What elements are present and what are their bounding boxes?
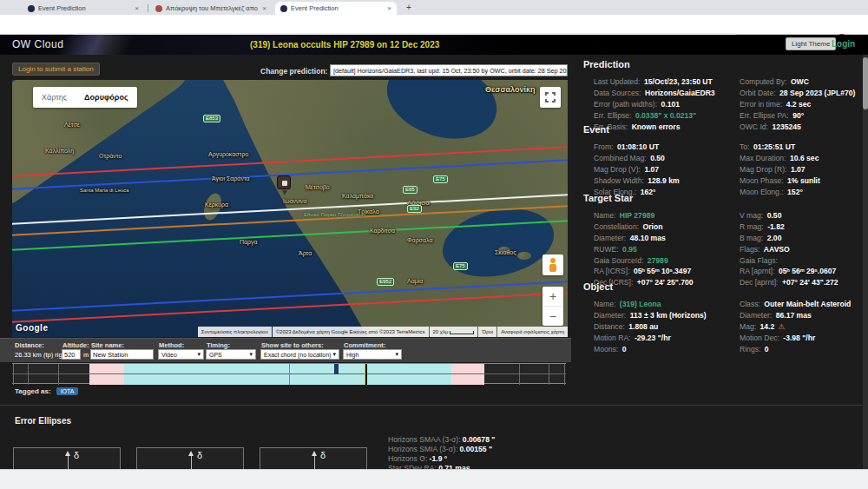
page-scrollbar-track[interactable] bbox=[863, 55, 868, 469]
windows-taskbar: Αναζήτηση ✉ Ιδέες λίστας παρακο... ^ ENG… bbox=[0, 469, 868, 489]
road-badge: E92 bbox=[407, 205, 422, 213]
tab-close-icon[interactable]: × bbox=[262, 4, 266, 12]
chevron-down-icon: ▾ bbox=[395, 351, 398, 358]
map-park-label: Εθνικό Πάρκο Τζουμέρκων bbox=[304, 212, 356, 217]
object-section-title: Object bbox=[583, 281, 613, 292]
site-name-input[interactable] bbox=[90, 349, 154, 360]
terms-link[interactable]: Όροι bbox=[478, 327, 496, 337]
field-label: OWC Id: bbox=[740, 122, 768, 131]
map-label: Θεσσαλονίκη bbox=[485, 85, 536, 94]
altitude-input[interactable] bbox=[62, 349, 81, 360]
altitude-label: Altitude: bbox=[62, 341, 89, 349]
field-value: Known errors bbox=[632, 122, 681, 131]
map-scale: 20 χλμ bbox=[430, 327, 478, 337]
zoom-in-button[interactable]: + bbox=[542, 287, 563, 307]
road-badge: E65 bbox=[403, 186, 418, 194]
tab-event-prediction-2[interactable]: Event Prediction × bbox=[275, 2, 397, 15]
field-label: Moons: bbox=[594, 345, 618, 354]
new-tab-button[interactable]: + bbox=[406, 3, 411, 12]
arrow-up-icon bbox=[312, 451, 317, 456]
tab-favicon bbox=[280, 5, 287, 12]
distance-label: Distance: bbox=[15, 341, 44, 349]
site-name-label: Site name: bbox=[91, 341, 124, 349]
prediction-option-text: [default] Horizons/GaiaEDR3, last upd: 1… bbox=[333, 67, 568, 75]
stat-value: 0.00678 " bbox=[463, 435, 496, 444]
map-label: Μέτσοβο bbox=[306, 184, 330, 190]
timeline-pink-band bbox=[89, 364, 124, 385]
tab-favicon bbox=[155, 5, 162, 12]
timeline-chord-marker bbox=[365, 364, 367, 385]
map-label: Σκιάθος bbox=[495, 249, 516, 255]
zoom-out-button[interactable]: − bbox=[542, 307, 563, 326]
delta-symbol: δ bbox=[320, 450, 326, 460]
method-select[interactable]: Video▾ bbox=[158, 349, 204, 360]
light-theme-button[interactable]: Light Theme bbox=[786, 37, 836, 50]
stat-value: 0.00155 " bbox=[460, 445, 493, 453]
timing-value: GPS bbox=[209, 352, 222, 358]
timeline-centerline-marker bbox=[289, 364, 290, 385]
field-label: Rings: bbox=[740, 345, 760, 354]
tab-betelgeuse[interactable]: Απόκρυψη του Μπετελγκέζ απο × bbox=[150, 2, 272, 15]
login-link[interactable]: Login bbox=[832, 39, 855, 49]
ow-cloud-header: OW Cloud (319) Leona occults HIP 27989 o… bbox=[0, 35, 868, 55]
chevron-down-icon: ▾ bbox=[249, 351, 253, 358]
map-label: Άγιοι Σαράντα bbox=[212, 175, 250, 182]
tab-close-icon[interactable]: × bbox=[135, 4, 139, 12]
island-shape bbox=[517, 252, 531, 260]
timing-select[interactable]: GPS▾ bbox=[206, 349, 256, 360]
field-value: 162° bbox=[641, 188, 656, 196]
commitment-value: High bbox=[346, 352, 358, 358]
pegman-icon bbox=[550, 258, 556, 263]
road-badge: E75 bbox=[433, 175, 448, 183]
chord-timeline[interactable] bbox=[12, 363, 566, 384]
map-label: Καρδίτσα bbox=[370, 228, 395, 234]
tab-close-icon[interactable]: × bbox=[387, 4, 391, 12]
login-to-submit-station-link[interactable]: Login to submit a station bbox=[12, 63, 100, 76]
field-value: 152° bbox=[787, 188, 803, 196]
ow-cloud-logo[interactable]: OW Cloud bbox=[12, 38, 63, 50]
tab-title: Απόκρυψη του Μπετελγκέζ απο bbox=[166, 4, 259, 12]
station-marker[interactable] bbox=[277, 175, 291, 189]
event-rows: From: 01:08:10 UTTo: 01:25:51 UT Combine… bbox=[594, 137, 863, 193]
object-rows: Name: (319) LeonaClass: Outer Main-belt … bbox=[594, 294, 863, 350]
timeline-gridline bbox=[13, 364, 14, 385]
road-badge: E75 bbox=[453, 262, 468, 270]
scale-bar bbox=[450, 331, 474, 334]
change-prediction-select[interactable]: [default] Horizons/GaiaEDR3, last upd: 1… bbox=[330, 64, 568, 76]
section-divider bbox=[0, 405, 864, 406]
iota-tag-badge[interactable]: IOTA bbox=[56, 387, 79, 395]
page-scrollbar-thumb[interactable] bbox=[863, 57, 868, 109]
map-label: Αργυρόκαστρο bbox=[208, 151, 248, 157]
map-label: Φάρσαλα bbox=[407, 237, 432, 243]
timeline-station-marker bbox=[334, 364, 339, 374]
commitment-select[interactable]: High▾ bbox=[343, 349, 402, 360]
browser-tab-bar: Event Prediction × Απόκρυψη του Μπετελγκ… bbox=[0, 0, 868, 15]
target-star-section-title: Target Star bbox=[583, 193, 633, 203]
tab-title: Event Prediction bbox=[38, 4, 131, 12]
timeline-pink-band bbox=[451, 364, 484, 385]
stat-value: -1.9 ° bbox=[430, 454, 448, 463]
method-value: Video bbox=[161, 352, 177, 358]
timeline-gridline bbox=[549, 364, 549, 385]
road-badge: E952 bbox=[377, 278, 394, 286]
tab-event-prediction-1[interactable]: Event Prediction × bbox=[23, 2, 144, 15]
fullscreen-button[interactable] bbox=[540, 87, 561, 108]
target-star-rows: Name: HIP 27989V mag: 0.50 Constellation… bbox=[594, 206, 863, 284]
error-ellipses-title: Error Ellipses bbox=[15, 416, 71, 426]
report-map-error-link[interactable]: Αναφορά σφάλματος χάρτη bbox=[497, 327, 568, 337]
show-site-select[interactable]: Exact chord (no location)▾ bbox=[260, 349, 339, 360]
map-type-satellite-button[interactable]: Δορυφόρος bbox=[76, 87, 136, 108]
arrow-up-icon bbox=[188, 451, 194, 456]
occultation-map[interactable]: Θεσσαλονίκη Λέτσε Καλλίπολη Οτράντο Sant… bbox=[12, 80, 568, 337]
map-type-map-button[interactable]: Χάρτης bbox=[33, 87, 76, 108]
timeline-cyan-band bbox=[124, 364, 451, 385]
keyboard-shortcuts-link[interactable]: Συντομεύσεις πληκτρολογίου bbox=[198, 327, 272, 337]
screen: Event Prediction × Απόκρυψη του Μπετελγκ… bbox=[0, 0, 868, 489]
map-copyright: ©2023 Δεδομένα χάρτη Google Εικόνες από … bbox=[273, 327, 429, 337]
map-label: Οτράντο bbox=[99, 153, 122, 159]
street-view-pegman[interactable] bbox=[542, 254, 563, 275]
tab-title: Event Prediction bbox=[291, 4, 384, 12]
prediction-section-title: Prediction bbox=[583, 59, 630, 69]
fullscreen-icon-mask bbox=[549, 89, 552, 105]
road-badge: E853 bbox=[203, 115, 220, 122]
